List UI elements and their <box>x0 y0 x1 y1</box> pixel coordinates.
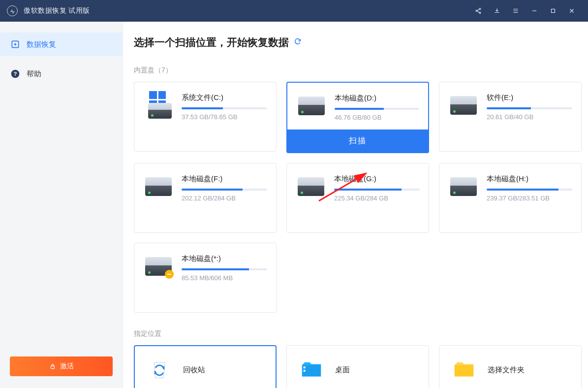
recover-icon <box>10 39 21 50</box>
section-locations: 指定位置 <box>134 329 577 338</box>
sidebar-item-recover[interactable]: 数据恢复 <box>0 32 123 56</box>
drive-size: 37.53 GB/78.65 GB <box>182 113 267 121</box>
help-icon: ? <box>10 68 21 79</box>
location-label: 回收站 <box>183 365 205 375</box>
drive-card[interactable]: 本地磁盘(H:) 239.37 GB/283.51 GB <box>439 163 582 233</box>
drive-name: 系统文件(C:) <box>182 93 267 102</box>
usage-bar <box>182 268 267 270</box>
svg-rect-9 <box>304 366 306 368</box>
svg-rect-3 <box>552 9 555 13</box>
folder-icon <box>452 358 476 382</box>
scan-button[interactable]: 扫描 <box>287 129 428 152</box>
app-logo-icon <box>7 5 18 16</box>
drive-size: 202.12 GB/284 GB <box>182 194 267 202</box>
disk-drive-icon <box>145 177 172 196</box>
drive-card[interactable]: 系统文件(C:) 37.53 GB/78.65 GB <box>134 82 277 152</box>
title-bar: 傲软数据恢复 试用版 <box>0 0 588 22</box>
lock-icon <box>49 363 56 370</box>
activate-label: 激活 <box>60 362 74 371</box>
usage-bar <box>334 189 420 191</box>
page-title: 选择一个扫描位置，开始恢复数据 <box>134 35 289 49</box>
sidebar-item-help[interactable]: ? 帮助 <box>0 62 123 86</box>
sidebar-item-label: 数据恢复 <box>27 40 56 49</box>
svg-rect-10 <box>304 370 306 372</box>
drive-name: 软件(E:) <box>487 93 572 102</box>
close-button[interactable] <box>562 0 581 22</box>
maximize-button[interactable] <box>544 0 562 22</box>
download-button[interactable] <box>488 0 506 22</box>
drive-card[interactable]: 本地磁盘(D:) 46.76 GB/80 GB 扫描 <box>286 82 429 153</box>
section-internal-disks: 内置盘（7） <box>134 66 577 75</box>
drive-name: 本地磁盘(*:) <box>182 254 267 263</box>
usage-bar <box>487 107 572 109</box>
main-content: 选择一个扫描位置，开始恢复数据 内置盘（7） 系统文件(C:) 37.53 GB… <box>123 22 588 388</box>
disk-drive-icon <box>298 97 325 115</box>
share-button[interactable] <box>469 0 488 22</box>
menu-button[interactable] <box>506 0 525 22</box>
usage-bar <box>182 189 267 191</box>
drive-name: 本地磁盘(H:) <box>487 174 572 184</box>
disk-drive-icon <box>450 96 477 115</box>
drive-card[interactable]: 本地磁盘(G:) 225.34 GB/284 GB <box>286 163 429 233</box>
disk-drive-icon <box>298 177 324 196</box>
drive-card[interactable]: 本地磁盘(*:) 85.53 MB/606 MB <box>134 243 277 313</box>
location-label: 桌面 <box>335 365 350 375</box>
drive-size: 20.61 GB/40 GB <box>487 113 572 121</box>
disk-drive-icon <box>148 103 172 119</box>
sidebar: 数据恢复 ? 帮助 激活 <box>0 22 123 388</box>
location-recycle-bin[interactable]: 回收站 <box>134 345 277 388</box>
svg-rect-7 <box>51 366 54 368</box>
drive-name: 本地磁盘(F:) <box>182 174 267 184</box>
disk-drive-icon <box>145 257 172 276</box>
recycle-bin-icon <box>148 358 171 382</box>
drive-name: 本地磁盘(G:) <box>334 174 420 184</box>
drive-card[interactable]: 软件(E:) 20.61 GB/40 GB <box>439 82 582 152</box>
sidebar-item-label: 帮助 <box>27 69 41 79</box>
usage-bar <box>182 107 267 109</box>
location-label: 选择文件夹 <box>488 365 525 375</box>
svg-text:?: ? <box>14 71 17 77</box>
drive-size: 239.37 GB/283.51 GB <box>487 194 572 202</box>
location-select-folder[interactable]: 选择文件夹 <box>439 345 582 388</box>
desktop-icon <box>300 358 323 382</box>
drive-name: 本地磁盘(D:) <box>335 94 419 103</box>
minimize-button[interactable] <box>525 0 544 22</box>
activate-button[interactable]: 激活 <box>10 356 113 376</box>
drive-size: 46.76 GB/80 GB <box>335 114 419 121</box>
refresh-button[interactable] <box>294 37 302 47</box>
usage-bar <box>335 108 419 110</box>
disk-drive-icon <box>450 177 477 196</box>
drive-card[interactable]: 本地磁盘(F:) 202.12 GB/284 GB <box>134 163 277 233</box>
drive-size: 85.53 MB/606 MB <box>182 274 267 282</box>
drive-size: 225.34 GB/284 GB <box>334 194 420 202</box>
svg-rect-11 <box>455 365 473 376</box>
location-desktop[interactable]: 桌面 <box>286 345 429 388</box>
app-title: 傲软数据恢复 试用版 <box>24 6 90 15</box>
warning-badge-icon <box>165 270 174 279</box>
usage-bar <box>487 189 572 191</box>
